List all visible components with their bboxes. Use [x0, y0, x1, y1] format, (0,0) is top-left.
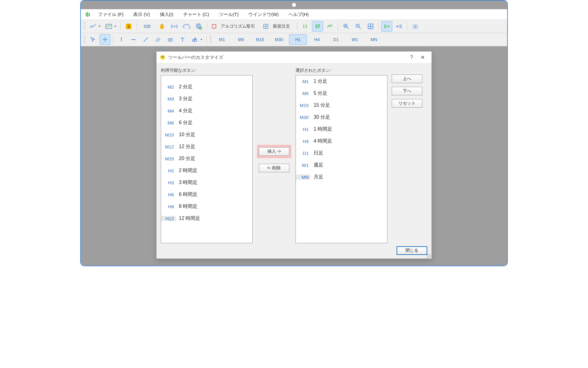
scroll-end-icon[interactable] — [381, 21, 392, 32]
objects-icon[interactable] — [189, 34, 204, 45]
menu-tool[interactable]: ツール(T) — [214, 9, 243, 20]
timeframe-label: 6 時間足 — [179, 191, 198, 198]
separator — [297, 22, 297, 30]
selected-listbox[interactable]: M11 分足M55 分足M1515 分足M3030 分足H11 時間足H44 時… — [296, 75, 387, 243]
menu-view[interactable]: 表示 (V) — [128, 9, 155, 20]
list-item[interactable]: M1010 分足 — [161, 129, 252, 141]
list-item[interactable]: M55 分足 — [296, 87, 387, 99]
menu-window[interactable]: ウインドウ(W) — [243, 9, 284, 20]
list-item[interactable]: M66 分足 — [161, 117, 252, 129]
list-item[interactable]: H33 時間足 — [161, 177, 252, 189]
timeframe-m5[interactable]: M5 — [232, 34, 250, 45]
separator — [338, 22, 338, 30]
svg-point-23 — [156, 40, 157, 41]
bar-chart-icon[interactable] — [300, 21, 311, 32]
timeframe-m1[interactable]: M1 — [213, 34, 231, 45]
signals-icon[interactable] — [169, 21, 180, 32]
timeframe-h4[interactable]: H4 — [308, 34, 326, 45]
timeframe-label: 4 時間足 — [314, 138, 332, 144]
timeframe-mn[interactable]: MN — [365, 34, 383, 45]
titlebar — [81, 1, 507, 9]
list-item[interactable]: H88 時間足 — [161, 201, 252, 213]
zoom-in-icon[interactable] — [341, 21, 352, 32]
list-item-blank[interactable] — [161, 75, 252, 81]
order-buttons: 上へ 下へ リセット — [392, 75, 422, 111]
crosshair-icon[interactable] — [100, 34, 111, 45]
line-chart-button[interactable] — [87, 21, 102, 32]
scroll-start-icon[interactable] — [394, 21, 405, 32]
dollar-button[interactable]: $ — [123, 21, 134, 32]
menubar: ファイル (F) 表示 (V) 挿入(I) チャート (C) ツール(T) ウイ… — [81, 9, 507, 20]
list-item[interactable]: M1212 分足 — [161, 141, 252, 153]
list-item[interactable]: H11 時間足 — [296, 123, 387, 135]
list-item[interactable]: M33 分足 — [161, 93, 252, 105]
toolbar-handle[interactable] — [84, 35, 85, 44]
list-item[interactable]: H44 時間足 — [296, 135, 387, 147]
toolbar-drawing: M1M5M15M30H1H4D1W1MN — [81, 33, 507, 46]
zoom-out-icon[interactable] — [353, 21, 364, 32]
svg-rect-16 — [413, 25, 418, 29]
menu-insert[interactable]: 挿入(I) — [155, 9, 178, 20]
list-item[interactable]: M22 分足 — [161, 81, 252, 93]
list-item[interactable]: H1212 時間足 — [161, 213, 252, 224]
vline-icon[interactable] — [116, 34, 127, 45]
list-item[interactable]: MN月足 — [296, 171, 387, 183]
down-button[interactable]: 下へ — [392, 87, 422, 95]
cloud-icon[interactable] — [181, 21, 192, 32]
list-item[interactable]: M3030 分足 — [296, 111, 387, 123]
shopping-bag-icon[interactable] — [156, 21, 168, 32]
list-item[interactable]: M1515 分足 — [296, 99, 387, 111]
timeframe-code: H8 — [161, 204, 176, 209]
help-button[interactable]: ? — [406, 54, 417, 60]
close-button[interactable]: 閉じる — [397, 246, 427, 255]
equidistant-icon[interactable] — [165, 34, 176, 45]
list-item[interactable]: M11 分足 — [296, 75, 387, 87]
algo-toggle-label: アルゴリズム取引 — [218, 24, 258, 29]
list-item[interactable]: M44 分足 — [161, 105, 252, 117]
new-order-button[interactable]: 新規注文 — [261, 21, 295, 32]
timeframe-code: M12 — [161, 144, 176, 149]
timeframe-code: D1 — [296, 151, 311, 156]
resize-grip[interactable] — [427, 254, 431, 258]
cursor-icon[interactable] — [87, 34, 98, 45]
menu-file[interactable]: ファイル (F) — [93, 9, 128, 20]
insert-button[interactable]: 挿入 -> — [259, 147, 289, 156]
available-listbox[interactable]: M22 分足M33 分足M44 分足M66 分足M1010 分足M1212 分足… — [161, 75, 253, 243]
menu-chart[interactable]: チャート (C) — [178, 9, 214, 20]
toolbar-handle[interactable] — [210, 35, 211, 44]
algo-toggle[interactable]: アルゴリズム取引 — [209, 21, 260, 32]
market-watch-button[interactable] — [103, 21, 118, 32]
timeframe-h1[interactable]: H1 — [289, 34, 307, 45]
svg-point-25 — [160, 39, 160, 40]
trendline-icon[interactable] — [140, 34, 151, 45]
channel-icon[interactable] — [153, 34, 164, 45]
hline-icon[interactable] — [128, 34, 139, 45]
grid-icon[interactable] — [365, 21, 376, 32]
timeframe-m15[interactable]: M15 — [251, 34, 269, 45]
timeframe-m30[interactable]: M30 — [270, 34, 288, 45]
close-icon[interactable]: ✕ — [417, 54, 428, 61]
timeframe-w1[interactable]: W1 — [346, 34, 364, 45]
list-item[interactable]: H66 時間足 — [161, 189, 252, 201]
up-button[interactable]: 上へ — [392, 75, 422, 83]
globe-plus-icon[interactable] — [193, 21, 204, 32]
list-item[interactable]: H22 時間足 — [161, 165, 252, 177]
menu-help[interactable]: ヘルプ(H) — [284, 9, 314, 20]
candlestick-icon[interactable] — [312, 21, 323, 32]
list-item[interactable]: D1日足 — [296, 147, 387, 159]
list-item[interactable]: W1週足 — [296, 159, 387, 171]
line-icon[interactable] — [324, 21, 335, 32]
text-icon[interactable] — [177, 34, 188, 45]
screenshot-icon[interactable] — [410, 21, 421, 32]
timeframe-label: 5 分足 — [314, 90, 327, 97]
reset-button[interactable]: リセット — [392, 99, 422, 108]
timeframe-d1[interactable]: D1 — [327, 34, 345, 45]
remove-button[interactable]: <- 削除 — [259, 164, 289, 172]
svg-rect-2 — [89, 13, 90, 16]
ide-button[interactable]: IDE — [139, 21, 155, 32]
separator — [379, 22, 379, 30]
timeframe-label: 10 分足 — [179, 132, 195, 138]
dialog-titlebar[interactable]: ツールバーのカスタマイズ ? ✕ — [156, 52, 432, 63]
list-item[interactable]: M2020 分足 — [161, 153, 252, 165]
toolbar-handle[interactable] — [84, 22, 85, 31]
